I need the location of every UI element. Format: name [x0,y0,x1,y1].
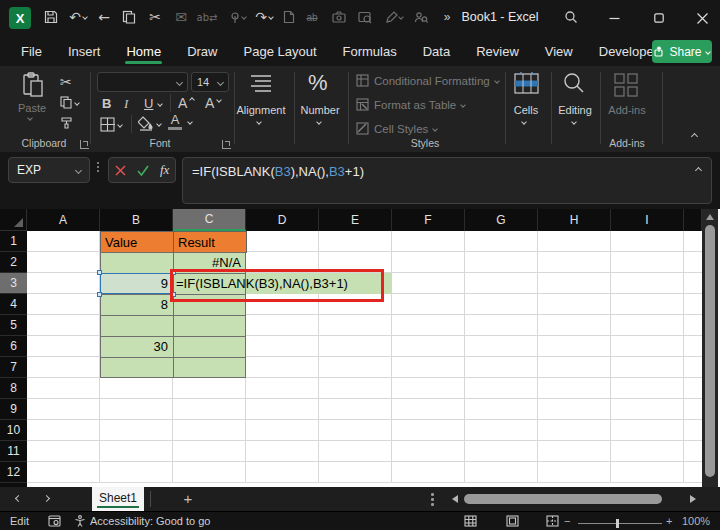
row-header-4[interactable]: 4 [0,294,27,315]
maximize-button[interactable] [639,0,679,36]
name-box-dropdown-icon[interactable] [75,166,82,173]
scroll-left-icon[interactable] [452,495,458,503]
column-header-g[interactable]: G [465,209,538,231]
cell-b3[interactable]: 9 [100,273,173,294]
editing-dropdown-icon[interactable] [572,120,576,124]
search-icon[interactable] [562,8,580,26]
column-header-i[interactable]: I [611,209,684,231]
save-icon[interactable] [42,8,60,26]
font-color-button[interactable]: A [168,114,182,130]
tab-home[interactable]: Home [113,36,174,66]
collapse-ribbon-icon[interactable] [692,134,697,139]
zoom-out-icon[interactable]: − [564,515,570,527]
row-header-6[interactable]: 6 [0,336,27,357]
tab-view[interactable]: View [532,36,586,66]
format-as-table-button[interactable]: Format as Table [356,98,465,111]
grow-font-button[interactable]: A [178,95,194,111]
format-painter-icon[interactable] [60,116,73,129]
new-sheet-icon[interactable]: + [180,490,196,506]
cell-c1[interactable]: Result [173,231,247,253]
cell-b6[interactable]: 30 [100,336,173,357]
row-header-2[interactable]: 2 [0,252,27,273]
formula-input[interactable]: =IF(ISBLANK(B3),NA(),B3+1) [182,157,712,204]
editing-label[interactable]: Editing [551,104,599,116]
share-button[interactable]: Share [652,40,712,63]
tab-data[interactable]: Data [410,36,463,66]
scrollbar-grip[interactable] [431,493,434,506]
number-label[interactable]: Number [292,104,348,116]
formula-bar-grip[interactable] [97,162,99,172]
row-header-11[interactable]: 11 [0,441,27,462]
cell-b4[interactable]: 8 [100,294,173,315]
bold-button[interactable]: B [102,96,111,111]
enter-icon[interactable] [137,165,149,176]
alignment-label[interactable]: Alignment [228,104,294,116]
font-color-dropdown-icon[interactable] [188,120,192,124]
accessibility-icon[interactable] [74,515,86,527]
minimize-button[interactable] [594,0,634,36]
cancel-icon[interactable] [115,165,126,176]
macro-record-icon[interactable] [48,515,61,527]
cell-styles-button[interactable]: Cell Styles [356,122,437,135]
copy-icon[interactable] [120,8,138,26]
column-header-f[interactable]: F [392,209,465,231]
accessibility-status[interactable]: Accessibility: Good to go [90,515,210,527]
tab-draw[interactable]: Draw [174,36,230,66]
column-header-c[interactable]: C [173,209,246,231]
cells-icon[interactable] [513,71,540,95]
tab-insert[interactable]: Insert [55,36,114,66]
column-header-d[interactable]: D [246,209,319,231]
borders-button[interactable] [100,117,122,132]
editing-icon[interactable] [562,71,586,95]
conditional-formatting-button[interactable]: Conditional Formatting [356,74,499,87]
column-header-a[interactable]: A [27,209,100,231]
underline-dropdown-icon[interactable] [158,102,162,106]
number-dropdown-icon[interactable] [317,120,321,124]
row-header-12[interactable]: 12 [0,462,27,483]
tab-formulas[interactable]: Formulas [330,36,410,66]
tab-review[interactable]: Review [463,36,532,66]
prev-sheet-icon[interactable] [15,495,22,502]
zoom-level[interactable]: 100% [682,515,710,527]
number-format-icon[interactable]: % [308,70,328,96]
shrink-font-button[interactable]: A [205,95,221,111]
tab-file[interactable]: File [8,36,55,66]
paste-label[interactable]: Paste [8,102,56,114]
redo-dropdown-icon[interactable] [267,8,275,26]
expand-formula-bar-icon[interactable] [695,167,702,174]
cells-dropdown-icon[interactable] [522,120,526,124]
row-header-7[interactable]: 7 [0,357,27,378]
scroll-right-icon[interactable] [690,495,696,503]
normal-view-icon[interactable] [464,515,477,527]
tab-page-layout[interactable]: Page Layout [231,36,330,66]
copy-button-icon[interactable] [60,96,79,109]
row-header-1[interactable]: 1 [0,231,27,252]
cell-b1[interactable]: Value [100,231,174,253]
font-dialog-launcher-icon[interactable] [222,140,231,149]
sheet-tab-sheet1[interactable]: Sheet1 [92,487,144,511]
select-all-corner[interactable] [0,209,27,231]
row-header-8[interactable]: 8 [0,378,27,399]
row-header-9[interactable]: 9 [0,399,27,420]
row-header-10[interactable]: 10 [0,420,27,441]
undo-dropdown-icon[interactable] [81,8,89,26]
excel-logo-icon[interactable]: X [9,7,31,29]
vertical-scrollbar[interactable] [702,209,718,487]
page-break-view-icon[interactable] [546,515,559,527]
next-sheet-icon[interactable] [43,495,50,502]
font-size-combo[interactable]: 14 [191,72,229,92]
row-header-3[interactable]: 3 [0,273,27,294]
close-button[interactable] [682,0,720,36]
alignment-dropdown-icon[interactable] [257,120,261,124]
cut-icon[interactable]: ✂ [146,8,164,26]
zoom-slider[interactable] [578,523,662,524]
underline-button[interactable]: U [144,96,153,111]
back-arrow-icon[interactable]: ← [95,8,113,26]
column-header-b[interactable]: B [100,209,173,231]
italic-button[interactable]: I [124,96,128,112]
row-header-5[interactable]: 5 [0,315,27,336]
column-header-e[interactable]: E [319,209,392,231]
column-header-h[interactable]: H [538,209,611,231]
font-name-combo[interactable] [97,72,188,92]
scroll-up-icon[interactable] [706,214,714,220]
